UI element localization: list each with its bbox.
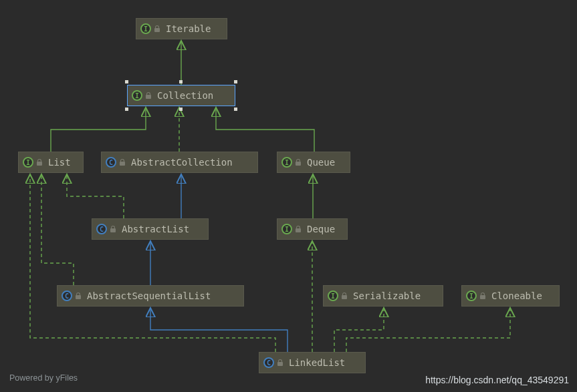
node-label: LinkedList [289, 357, 345, 368]
lock-icon [75, 292, 82, 299]
node-abstractcollection[interactable]: C AbstractCollection [101, 152, 258, 173]
node-queue[interactable]: I Queue [277, 152, 350, 173]
interface-icon: I [140, 23, 151, 34]
class-hierarchy-diagram: I Iterable I Collection I List C Abstrac… [0, 0, 577, 392]
class-icon: C [62, 290, 72, 301]
lock-icon [341, 292, 348, 299]
lock-icon [479, 292, 486, 299]
lock-icon [295, 159, 302, 166]
node-list[interactable]: I List [18, 152, 84, 173]
interface-icon: I [281, 157, 292, 168]
lock-icon [295, 226, 302, 232]
node-serializable[interactable]: I Serializable [323, 285, 443, 307]
node-label: Queue [307, 157, 335, 168]
node-label: List [48, 157, 71, 168]
lock-icon [119, 159, 126, 166]
class-icon: C [96, 224, 107, 234]
node-label: AbstractCollection [131, 157, 233, 168]
lock-icon [277, 359, 283, 366]
class-icon: C [106, 157, 116, 168]
selection-handles [127, 85, 235, 106]
node-label: Serializable [353, 290, 421, 301]
node-label: AbstractList [122, 224, 189, 234]
node-cloneable[interactable]: I Cloneable [461, 285, 560, 307]
lock-icon [154, 25, 160, 32]
node-abstractsequentiallist[interactable]: C AbstractSequentialList [57, 285, 244, 307]
diagram-edges [0, 0, 577, 392]
node-label: Iterable [166, 23, 211, 34]
node-iterable[interactable]: I Iterable [136, 18, 227, 39]
interface-icon: I [466, 290, 477, 301]
class-icon: C [263, 357, 274, 368]
source-url: https://blog.csdn.net/qq_43549291 [425, 375, 569, 385]
interface-icon: I [328, 290, 338, 301]
node-label: Deque [307, 224, 335, 234]
node-deque[interactable]: I Deque [277, 218, 348, 240]
node-label: AbstractSequentialList [87, 290, 211, 301]
watermark-text: Powered by yFiles [9, 373, 78, 383]
node-abstractlist[interactable]: C AbstractList [92, 218, 209, 240]
node-linkedlist[interactable]: C LinkedList [259, 352, 366, 373]
lock-icon [36, 159, 43, 166]
interface-icon: I [281, 224, 292, 234]
lock-icon [110, 226, 116, 232]
node-label: Cloneable [491, 290, 542, 301]
interface-icon: I [23, 157, 33, 168]
